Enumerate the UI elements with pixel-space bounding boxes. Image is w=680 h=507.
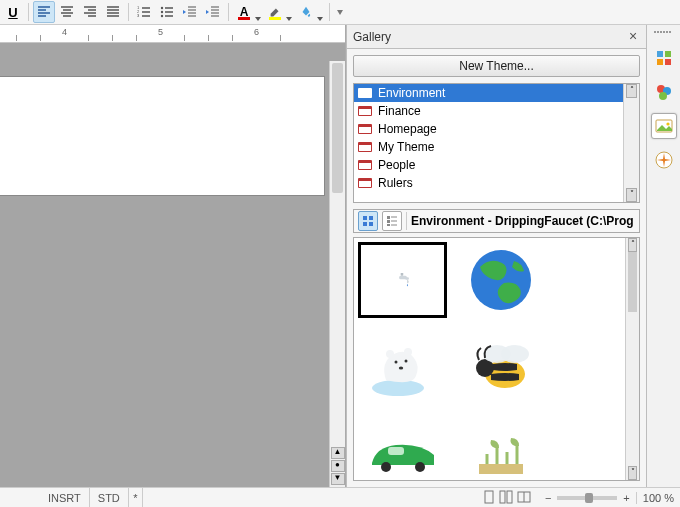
svg-point-4 — [161, 11, 163, 13]
gallery-item-polar-bear[interactable] — [360, 332, 445, 404]
align-center-button[interactable] — [56, 1, 78, 23]
status-view-buttons — [475, 488, 539, 507]
svg-rect-12 — [387, 224, 390, 226]
theme-row-environment[interactable]: Environment — [354, 84, 639, 102]
theme-label: Finance — [378, 104, 421, 118]
svg-point-19 — [404, 348, 412, 356]
theme-icon — [358, 160, 372, 170]
zoom-value[interactable]: 100 % — [636, 492, 674, 504]
svg-point-16 — [471, 250, 531, 310]
single-page-view-icon[interactable] — [483, 490, 495, 506]
sidebar-tabs — [646, 25, 680, 487]
new-theme-button[interactable]: New Theme... — [353, 55, 640, 77]
detail-view-button[interactable] — [382, 211, 402, 231]
gallery-view-bar: Environment - DrippingFaucet (C:\Prog — [353, 209, 640, 233]
font-color-button[interactable]: A — [233, 1, 263, 23]
zoom-in-icon[interactable]: + — [623, 492, 629, 504]
bullet-list-button[interactable] — [156, 1, 178, 23]
svg-rect-15 — [405, 277, 409, 280]
status-bar: INSRT STD * − + 100 % — [0, 487, 680, 507]
theme-label: Homepage — [378, 122, 437, 136]
separator — [28, 3, 29, 21]
align-right-button[interactable] — [79, 1, 101, 23]
svg-rect-9 — [369, 222, 373, 226]
multi-page-view-icon[interactable] — [499, 490, 513, 506]
gallery-item-earth[interactable] — [458, 244, 543, 316]
increase-indent-button[interactable] — [202, 1, 224, 23]
theme-row-people[interactable]: People — [354, 156, 639, 174]
icon-view-button[interactable] — [358, 211, 378, 231]
highlight-color-button[interactable] — [264, 1, 294, 23]
background-color-button[interactable] — [295, 1, 325, 23]
toolbar-overflow-button[interactable] — [334, 1, 346, 23]
theme-label: People — [378, 158, 415, 172]
svg-point-39 — [666, 122, 669, 125]
theme-icon — [358, 88, 372, 98]
svg-rect-13 — [400, 273, 403, 276]
theme-row-homepage[interactable]: Homepage — [354, 120, 639, 138]
scroll-thumb[interactable] — [628, 252, 637, 312]
themelist-scrollbar[interactable]: ˄ ˅ — [623, 84, 639, 202]
sidebar-item-gallery[interactable] — [651, 113, 677, 139]
svg-rect-41 — [485, 491, 493, 503]
status-insert-mode[interactable]: INSRT — [40, 488, 90, 507]
svg-rect-8 — [363, 222, 367, 226]
underline-button[interactable]: U — [2, 1, 24, 23]
svg-rect-30 — [479, 464, 523, 474]
zoom-slider-knob[interactable] — [585, 493, 593, 503]
theme-icon — [358, 124, 372, 134]
scroll-down-icon[interactable]: ˅ — [628, 466, 637, 480]
theme-icon — [358, 106, 372, 116]
thumbs-scrollbar[interactable]: ˄ ˅ — [625, 238, 639, 480]
scroll-marker-button[interactable]: ● — [331, 460, 345, 472]
scroll-down-double-icon[interactable]: ▼ — [331, 473, 345, 485]
sidebar-item-styles[interactable] — [651, 79, 677, 105]
sidebar-item-navigator[interactable] — [651, 147, 677, 173]
gallery-item-bee[interactable] — [458, 332, 543, 404]
theme-row-rulers[interactable]: Rulers — [354, 174, 639, 192]
gallery-header: Gallery × — [347, 25, 646, 49]
document-viewport[interactable]: ▲ ● ▼ — [0, 43, 345, 487]
gallery-item-plant[interactable] — [458, 420, 543, 481]
status-modified-icon[interactable]: * — [129, 488, 143, 507]
gallery-item-path: Environment - DrippingFaucet (C:\Prog — [411, 214, 635, 228]
decrease-indent-button[interactable] — [179, 1, 201, 23]
zoom-out-icon[interactable]: − — [545, 492, 551, 504]
vertical-scrollbar[interactable]: ▲ ● ▼ — [329, 61, 345, 487]
scroll-up-icon[interactable]: ˄ — [628, 238, 637, 252]
document-area: 4 5 6 ▲ ● ▼ — [0, 25, 346, 487]
sidebar-item-properties[interactable] — [651, 45, 677, 71]
svg-point-37 — [659, 92, 667, 100]
theme-label: Environment — [378, 86, 445, 100]
gallery-title: Gallery — [353, 30, 391, 44]
status-selection-mode[interactable]: STD — [90, 488, 129, 507]
svg-rect-42 — [500, 491, 505, 503]
scroll-down-icon[interactable]: ˅ — [626, 188, 637, 202]
svg-rect-32 — [665, 51, 671, 57]
sidebar-grip-icon[interactable] — [654, 31, 674, 37]
theme-row-my-theme[interactable]: My Theme — [354, 138, 639, 156]
ruler-number: 5 — [158, 27, 163, 37]
svg-point-29 — [415, 462, 425, 472]
scroll-up-icon[interactable]: ˄ — [626, 84, 637, 98]
gallery-item-dripping-faucet[interactable] — [360, 244, 445, 316]
gallery-item-green-car[interactable] — [360, 420, 445, 481]
svg-rect-31 — [657, 51, 663, 57]
align-justify-button[interactable] — [102, 1, 124, 23]
scroll-up-double-icon[interactable]: ▲ — [331, 447, 345, 459]
svg-rect-7 — [369, 216, 373, 220]
svg-rect-34 — [665, 59, 671, 65]
numbered-list-button[interactable]: 123 — [133, 1, 155, 23]
book-view-icon[interactable] — [517, 490, 531, 506]
align-left-button[interactable] — [33, 1, 55, 23]
theme-row-finance[interactable]: Finance — [354, 102, 639, 120]
gallery-panel: Gallery × New Theme... Environment Finan… — [346, 25, 646, 487]
close-icon[interactable]: × — [626, 30, 640, 44]
scroll-thumb[interactable] — [332, 63, 343, 193]
theme-label: Rulers — [378, 176, 413, 190]
zoom-control[interactable]: − + 100 % — [539, 492, 680, 504]
horizontal-ruler[interactable]: 4 5 6 — [0, 25, 345, 43]
page[interactable] — [0, 76, 325, 196]
ruler-number: 4 — [62, 27, 67, 37]
zoom-slider[interactable] — [557, 496, 617, 500]
